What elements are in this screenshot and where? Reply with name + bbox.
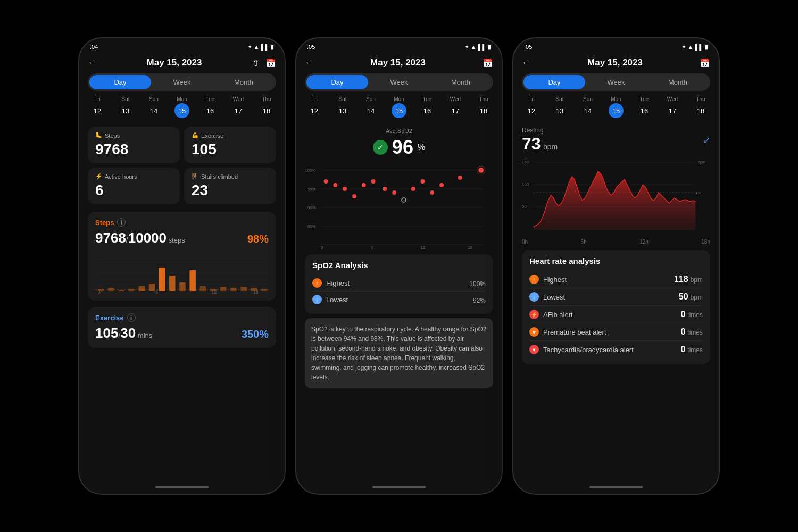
active-hours-card[interactable]: ⚡ Active hours 6 — [88, 168, 180, 204]
back-button-2[interactable]: ← — [305, 58, 313, 68]
day-wed-1[interactable]: Wed 17 — [229, 96, 248, 118]
header-1: ← May 15, 2023 ⇧ 📅 — [79, 53, 285, 71]
exercise-value: 105 — [192, 141, 269, 158]
steps-label: 🦶 Steps — [95, 132, 172, 139]
bluetooth-icon-3: ✦ — [681, 44, 686, 51]
day-tue-3[interactable]: Tue16 — [635, 96, 654, 118]
share-button-1[interactable]: ⇧ — [252, 58, 259, 68]
spo2-info-box: SpO2 is key to the respiratory cycle. A … — [305, 318, 493, 388]
hr-tachy-value: 0 — [680, 345, 685, 354]
tab-day-3[interactable]: Day — [523, 75, 585, 89]
day-sat-3[interactable]: Sat13 — [550, 96, 569, 118]
tab-week-3[interactable]: Week — [585, 75, 647, 89]
back-button-1[interactable]: ← — [88, 58, 96, 68]
calendar-button-2[interactable]: 📅 — [483, 58, 493, 68]
svg-point-39 — [333, 183, 337, 187]
day-mon-3[interactable]: Mon15 — [606, 96, 626, 118]
hr-afib-value: 0 — [680, 310, 685, 319]
hr-time-12: 12h — [639, 239, 649, 245]
hr-highest-unit: bpm — [691, 276, 703, 284]
day-thu-1[interactable]: Thu 18 — [257, 96, 276, 118]
svg-rect-13 — [189, 270, 196, 291]
home-bar-2 — [296, 481, 502, 494]
header-3: ← May 15, 2023 📅 — [513, 53, 719, 71]
hr-lowest-icon: ↓ — [529, 292, 539, 302]
exercise-summary-card[interactable]: 💪 Exercise 105 — [184, 127, 276, 163]
highest-label: Highest — [326, 279, 350, 287]
day-sat-2[interactable]: Sat13 — [333, 96, 352, 118]
expand-icon[interactable]: ⤢ — [703, 135, 710, 145]
svg-rect-20 — [261, 289, 268, 291]
day-mon-1[interactable]: Mon 15 — [172, 96, 192, 118]
tab-day-2[interactable]: Day — [306, 75, 368, 89]
tab-week-2[interactable]: Week — [368, 75, 430, 89]
day-thu-2[interactable]: Thu18 — [474, 96, 493, 118]
signal-icon-3: ▌▌ — [695, 44, 703, 50]
day-fri-2[interactable]: Fri12 — [305, 96, 324, 118]
calendar-button-1[interactable]: 📅 — [265, 58, 276, 68]
steps-section-title: Steps i — [95, 218, 126, 227]
hr-resting-section: Resting 73 bpm ⤢ — [513, 122, 719, 156]
spo2-info-text: SpO2 is key to the respiratory cycle. A … — [311, 326, 487, 381]
day-wed-2[interactable]: Wed17 — [446, 96, 465, 118]
hr-tachy-row: ♥ Tachycardia/bradycardia alert 0 times — [529, 341, 703, 358]
day-mon-2[interactable]: Mon15 — [389, 96, 409, 118]
hr-lowest-label: Lowest — [543, 293, 565, 301]
svg-rect-18 — [240, 287, 247, 291]
svg-text:18: 18 — [468, 245, 473, 250]
svg-point-38 — [324, 179, 328, 184]
day-sat-1[interactable]: Sat 13 — [116, 96, 135, 118]
phone-3-content: ← May 15, 2023 📅 Day Week Month Fri12 Sa… — [513, 53, 719, 481]
day-sun-1[interactable]: Sun 14 — [144, 96, 163, 118]
svg-point-43 — [371, 179, 376, 184]
svg-rect-6 — [118, 290, 124, 291]
steps-summary-card[interactable]: 🦶 Steps 9768 — [88, 127, 180, 163]
battery-icon-3: ▮ — [705, 44, 708, 51]
spo2-scatter-chart: 100% 95% 90% 85% 0 6 12 18 — [305, 165, 493, 250]
svg-point-49 — [430, 190, 434, 195]
hr-highest-icon: ↑ — [529, 275, 539, 284]
hr-chart: 150 100 50 73 bpm — [522, 158, 710, 238]
wifi-icon-3: ▲ — [688, 44, 694, 50]
exercise-section-header: Exercise i — [95, 313, 269, 322]
svg-point-48 — [421, 179, 425, 184]
tab-month-3[interactable]: Month — [647, 75, 709, 89]
status-icons-2: ✦ ▲ ▌▌ ▮ — [464, 44, 491, 51]
steps-info-icon[interactable]: i — [117, 218, 126, 227]
day-thu-3[interactable]: Thu18 — [691, 96, 710, 118]
svg-text:0: 0 — [98, 289, 101, 294]
day-sun-3[interactable]: Sun14 — [578, 96, 597, 118]
hr-info: Resting 73 bpm — [522, 127, 558, 154]
back-button-3[interactable]: ← — [522, 58, 530, 68]
time-1: :04 — [90, 44, 98, 50]
time-2: :05 — [307, 44, 315, 50]
hr-time-0: 0h — [522, 239, 528, 245]
svg-text:73: 73 — [695, 190, 700, 195]
spo2-analysis-section: SpO2 Analysis ↑ Highest 100% ↓ Lowest — [305, 254, 493, 314]
hr-time-labels: 0h 6h 12h 18h — [513, 238, 719, 246]
svg-text:6: 6 — [371, 245, 373, 250]
calendar-button-3[interactable]: 📅 — [700, 58, 710, 68]
steps-value: 9768 — [95, 141, 172, 158]
day-sun-2[interactable]: Sun14 — [361, 96, 380, 118]
day-tue-1[interactable]: Tue 16 — [201, 96, 220, 118]
day-wed-3[interactable]: Wed17 — [663, 96, 682, 118]
day-fri-3[interactable]: Fri12 — [522, 96, 541, 118]
hr-afib-icon: ⚡ — [529, 310, 539, 319]
hr-premature-value: 0 — [680, 327, 685, 337]
stairs-icon: 🧗 — [192, 173, 199, 180]
svg-text:50: 50 — [522, 204, 527, 209]
hr-value: 73 — [522, 134, 541, 153]
tab-month-1[interactable]: Month — [213, 75, 275, 89]
day-fri-1[interactable]: Fri 12 — [88, 96, 107, 118]
tab-week-1[interactable]: Week — [151, 75, 213, 89]
exercise-info-icon[interactable]: i — [127, 313, 136, 322]
tab-day-1[interactable]: Day — [89, 75, 151, 89]
day-tue-2[interactable]: Tue16 — [418, 96, 437, 118]
svg-point-47 — [411, 187, 415, 191]
stairs-card[interactable]: 🧗 Stairs climbed 23 — [184, 168, 276, 204]
active-hours-value: 6 — [95, 182, 172, 199]
spo2-analysis-title: SpO2 Analysis — [312, 261, 486, 270]
hr-analysis-title: Heart rate analysis — [529, 256, 703, 265]
tab-month-2[interactable]: Month — [430, 75, 492, 89]
